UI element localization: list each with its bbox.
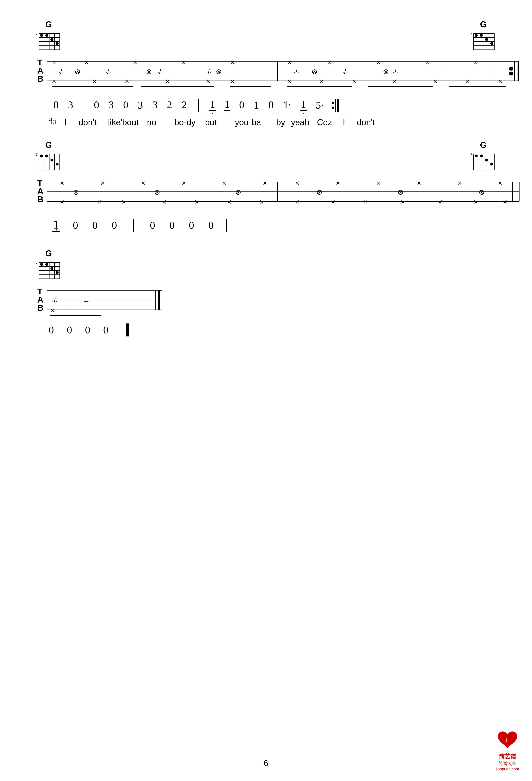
note-0-3a: 0 bbox=[49, 324, 54, 336]
note-0-2c: 0 bbox=[107, 219, 122, 231]
chord-diagram-g-left-3: G bbox=[36, 248, 62, 281]
lyric-body: bo-dy bbox=[169, 117, 201, 127]
note-1c: 1 bbox=[249, 95, 264, 115]
svg-text:×: × bbox=[336, 179, 340, 187]
lyric-likebout: like'bout bbox=[102, 117, 144, 127]
svg-text:·/·: ·/· bbox=[294, 68, 299, 75]
svg-point-110 bbox=[475, 155, 478, 157]
svg-text:×: × bbox=[498, 77, 502, 85]
svg-text:·/·: ·/· bbox=[158, 68, 163, 75]
svg-text:×: × bbox=[60, 198, 64, 206]
chord-grid-svg-left-2: 7 bbox=[36, 151, 62, 172]
svg-point-11 bbox=[45, 34, 48, 37]
svg-text:×: × bbox=[376, 58, 381, 67]
note-2b: 2 bbox=[177, 95, 191, 115]
lyric-but: but bbox=[201, 117, 221, 127]
lyric-no: no bbox=[144, 117, 159, 127]
chord-diagram-g-right-2: G bbox=[470, 140, 496, 172]
page-number: 6 bbox=[264, 758, 268, 768]
svg-text:·/·: ·/· bbox=[206, 68, 211, 75]
note-0-2b: 0 bbox=[88, 219, 102, 231]
svg-text:·/·: ·/· bbox=[342, 68, 348, 75]
svg-text:⊗: ⊗ bbox=[154, 188, 160, 196]
lyric-dash2: – bbox=[264, 117, 273, 127]
note-0-2a: 0 bbox=[68, 219, 83, 231]
svg-text:×: × bbox=[101, 179, 105, 187]
chord-diagram-g-left: G bbox=[36, 19, 62, 52]
brand-name: 简艺谱 bbox=[499, 752, 516, 761]
svg-text:×: × bbox=[260, 198, 264, 206]
svg-text:×: × bbox=[287, 77, 292, 85]
svg-text:×: × bbox=[363, 198, 368, 206]
chord-name-g-right-2: G bbox=[470, 140, 496, 150]
lyric-coz: Coz bbox=[312, 117, 337, 127]
svg-text:×: × bbox=[227, 198, 231, 206]
section-1: G bbox=[36, 19, 499, 127]
tab-svg-3: T A B ·/· –· × — bbox=[36, 282, 166, 318]
svg-point-175 bbox=[45, 263, 48, 266]
note-3d: 3 bbox=[148, 95, 162, 115]
note-0: 0 bbox=[49, 95, 63, 115]
svg-text:×: × bbox=[60, 179, 64, 187]
note-5dot: 5· bbox=[311, 95, 328, 115]
svg-text:×: × bbox=[122, 198, 126, 206]
lyric-dash1: – bbox=[159, 117, 169, 127]
note-2a: 2 bbox=[162, 95, 177, 115]
svg-text:×: × bbox=[498, 179, 502, 187]
svg-text:×: × bbox=[50, 306, 54, 314]
svg-text:·/·: ·/· bbox=[58, 68, 64, 75]
svg-text:–: – bbox=[441, 68, 445, 76]
svg-text:⊗: ⊗ bbox=[312, 68, 317, 76]
svg-text:×: × bbox=[263, 179, 267, 187]
svg-point-174 bbox=[40, 263, 43, 266]
note-1b: 1 · bbox=[220, 94, 234, 116]
svg-text:×: × bbox=[295, 179, 300, 187]
note-0b: 0 bbox=[89, 95, 104, 115]
note-3c: 3 bbox=[133, 95, 148, 115]
lyric-bar1 bbox=[227, 118, 228, 126]
note-0-3b: 0 bbox=[67, 324, 72, 336]
svg-text:⊗: ⊗ bbox=[75, 68, 81, 76]
svg-text:7: 7 bbox=[36, 261, 38, 265]
svg-text:7: 7 bbox=[36, 152, 38, 157]
tab-staff-1: T A B bbox=[36, 53, 499, 90]
svg-text:×: × bbox=[195, 198, 199, 206]
svg-text:×: × bbox=[474, 58, 478, 67]
svg-text:×: × bbox=[376, 179, 381, 187]
svg-text:×: × bbox=[328, 58, 332, 67]
chord-diagram-g-left-2: G bbox=[36, 140, 62, 172]
tab-svg-1: T A B bbox=[36, 53, 522, 89]
svg-text:×: × bbox=[503, 198, 507, 206]
svg-text:×: × bbox=[230, 77, 235, 85]
note-0d: 0 bbox=[234, 95, 249, 115]
svg-point-10 bbox=[40, 34, 43, 37]
svg-text:7: 7 bbox=[470, 152, 472, 157]
lyric-ba: ba bbox=[249, 117, 264, 127]
svg-text:×: × bbox=[182, 58, 186, 67]
svg-point-97 bbox=[50, 159, 53, 162]
chord-name-g-right: G bbox=[470, 19, 496, 29]
svg-text:×: × bbox=[320, 77, 324, 85]
svg-text:·/·: ·/· bbox=[393, 68, 398, 75]
watermark-area: ♪ 简艺谱 简谱大全 jianpudq.com bbox=[496, 730, 519, 771]
svg-point-176 bbox=[50, 267, 53, 270]
svg-text:×: × bbox=[141, 179, 145, 187]
svg-text:B: B bbox=[37, 303, 43, 313]
svg-text:⊗: ⊗ bbox=[73, 188, 79, 196]
svg-point-112 bbox=[485, 159, 488, 162]
svg-text:×: × bbox=[425, 58, 429, 67]
svg-text:B: B bbox=[37, 74, 43, 83]
svg-text:×: × bbox=[182, 179, 186, 187]
svg-text:⊗: ⊗ bbox=[398, 188, 403, 196]
notation-line-3: 0 0 0 0 bbox=[36, 324, 499, 336]
svg-text:×: × bbox=[393, 77, 397, 85]
lyric-dont: don't bbox=[73, 117, 102, 127]
note-0c: 0 bbox=[119, 95, 133, 115]
note-3a: 3 bbox=[63, 95, 78, 115]
brand-logo: ♪ bbox=[496, 730, 519, 752]
svg-point-39 bbox=[509, 67, 513, 71]
tab-svg-2: T A B × × × × bbox=[36, 174, 522, 210]
note-0-2d: 0 bbox=[145, 219, 160, 231]
svg-point-111 bbox=[480, 155, 483, 157]
svg-text:B: B bbox=[37, 195, 43, 204]
